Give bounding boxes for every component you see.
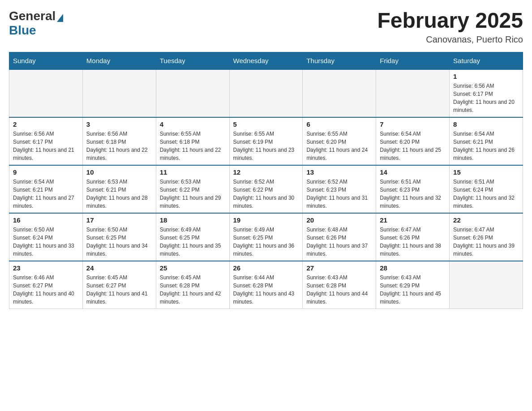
- day-info: Sunrise: 6:50 AMSunset: 6:25 PMDaylight:…: [86, 226, 152, 258]
- day-info: Sunrise: 6:51 AMSunset: 6:24 PMDaylight:…: [453, 178, 519, 210]
- day-number: 12: [233, 168, 299, 176]
- day-info: Sunrise: 6:50 AMSunset: 6:24 PMDaylight:…: [13, 226, 79, 258]
- day-number: 13: [306, 168, 372, 176]
- header-saturday: Saturday: [450, 52, 523, 69]
- day-number: 6: [306, 120, 372, 128]
- day-number: 10: [86, 168, 152, 176]
- day-info: Sunrise: 6:49 AMSunset: 6:25 PMDaylight:…: [233, 226, 299, 258]
- day-number: 1: [453, 73, 519, 80]
- calendar-cell: 22Sunrise: 6:47 AMSunset: 6:26 PMDayligh…: [450, 213, 523, 261]
- day-info: Sunrise: 6:45 AMSunset: 6:27 PMDaylight:…: [86, 274, 152, 306]
- calendar-header: Sunday Monday Tuesday Wednesday Thursday…: [9, 52, 523, 69]
- header-wednesday: Wednesday: [229, 52, 303, 69]
- day-info: Sunrise: 6:46 AMSunset: 6:27 PMDaylight:…: [13, 274, 79, 306]
- day-number: 4: [160, 120, 226, 128]
- day-number: 11: [160, 168, 226, 176]
- calendar-cell: 10Sunrise: 6:53 AMSunset: 6:21 PMDayligh…: [82, 165, 156, 213]
- header-sunday: Sunday: [9, 52, 83, 69]
- day-number: 27: [306, 264, 372, 272]
- day-number: 19: [233, 216, 299, 224]
- logo-triangle-icon: [57, 14, 63, 22]
- header-thursday: Thursday: [303, 52, 376, 69]
- day-info: Sunrise: 6:55 AMSunset: 6:19 PMDaylight:…: [233, 130, 299, 162]
- day-info: Sunrise: 6:54 AMSunset: 6:20 PMDaylight:…: [380, 130, 446, 162]
- day-info: Sunrise: 6:55 AMSunset: 6:20 PMDaylight:…: [306, 130, 372, 162]
- day-info: Sunrise: 6:56 AMSunset: 6:17 PMDaylight:…: [13, 130, 79, 162]
- location-subtitle: Canovanas, Puerto Rico: [377, 34, 523, 45]
- day-info: Sunrise: 6:49 AMSunset: 6:25 PMDaylight:…: [160, 226, 226, 258]
- day-number: 22: [453, 216, 519, 224]
- calendar-cell: [82, 69, 156, 117]
- day-info: Sunrise: 6:54 AMSunset: 6:21 PMDaylight:…: [13, 178, 79, 210]
- day-number: 20: [306, 216, 372, 224]
- day-number: 28: [380, 264, 446, 272]
- logo: General Blue: [9, 9, 64, 38]
- calendar-cell: 27Sunrise: 6:43 AMSunset: 6:28 PMDayligh…: [303, 261, 376, 309]
- day-info: Sunrise: 6:45 AMSunset: 6:28 PMDaylight:…: [160, 274, 226, 306]
- day-number: 23: [13, 264, 79, 272]
- day-number: 18: [160, 216, 226, 224]
- calendar-cell: [229, 69, 303, 117]
- day-info: Sunrise: 6:48 AMSunset: 6:26 PMDaylight:…: [306, 226, 372, 258]
- calendar-cell: [156, 69, 229, 117]
- day-info: Sunrise: 6:44 AMSunset: 6:28 PMDaylight:…: [233, 274, 299, 306]
- calendar-cell: 19Sunrise: 6:49 AMSunset: 6:25 PMDayligh…: [229, 213, 303, 261]
- header-friday: Friday: [376, 52, 450, 69]
- day-info: Sunrise: 6:54 AMSunset: 6:21 PMDaylight:…: [453, 130, 519, 162]
- day-info: Sunrise: 6:43 AMSunset: 6:29 PMDaylight:…: [380, 274, 446, 306]
- day-number: 7: [380, 120, 446, 128]
- day-number: 9: [13, 168, 79, 176]
- calendar-cell: 2Sunrise: 6:56 AMSunset: 6:17 PMDaylight…: [9, 117, 83, 165]
- calendar-cell: 20Sunrise: 6:48 AMSunset: 6:26 PMDayligh…: [303, 213, 376, 261]
- calendar-cell: [450, 261, 523, 309]
- calendar-cell: 15Sunrise: 6:51 AMSunset: 6:24 PMDayligh…: [450, 165, 523, 213]
- month-title: February 2025: [377, 9, 523, 33]
- day-number: 24: [86, 264, 152, 272]
- calendar-cell: 11Sunrise: 6:53 AMSunset: 6:22 PMDayligh…: [156, 165, 229, 213]
- header: General Blue February 2025 Canovanas, Pu…: [9, 9, 523, 45]
- day-info: Sunrise: 6:55 AMSunset: 6:18 PMDaylight:…: [160, 130, 226, 162]
- calendar-table: Sunday Monday Tuesday Wednesday Thursday…: [9, 52, 523, 309]
- calendar-cell: 6Sunrise: 6:55 AMSunset: 6:20 PMDaylight…: [303, 117, 376, 165]
- day-number: 15: [453, 168, 519, 176]
- calendar-cell: 5Sunrise: 6:55 AMSunset: 6:19 PMDaylight…: [229, 117, 303, 165]
- day-number: 17: [86, 216, 152, 224]
- day-number: 5: [233, 120, 299, 128]
- calendar-cell: 17Sunrise: 6:50 AMSunset: 6:25 PMDayligh…: [82, 213, 156, 261]
- calendar-cell: 18Sunrise: 6:49 AMSunset: 6:25 PMDayligh…: [156, 213, 229, 261]
- day-number: 8: [453, 120, 519, 128]
- day-number: 26: [233, 264, 299, 272]
- day-number: 3: [86, 120, 152, 128]
- day-info: Sunrise: 6:53 AMSunset: 6:21 PMDaylight:…: [86, 178, 152, 210]
- day-number: 14: [380, 168, 446, 176]
- calendar-cell: 14Sunrise: 6:51 AMSunset: 6:23 PMDayligh…: [376, 165, 450, 213]
- day-info: Sunrise: 6:52 AMSunset: 6:23 PMDaylight:…: [306, 178, 372, 210]
- calendar-week-4: 16Sunrise: 6:50 AMSunset: 6:24 PMDayligh…: [9, 213, 523, 261]
- calendar-cell: [303, 69, 376, 117]
- calendar-cell: 9Sunrise: 6:54 AMSunset: 6:21 PMDaylight…: [9, 165, 83, 213]
- calendar-cell: 21Sunrise: 6:47 AMSunset: 6:26 PMDayligh…: [376, 213, 450, 261]
- calendar-cell: 25Sunrise: 6:45 AMSunset: 6:28 PMDayligh…: [156, 261, 229, 309]
- calendar-week-2: 2Sunrise: 6:56 AMSunset: 6:17 PMDaylight…: [9, 117, 523, 165]
- logo-blue-text: Blue: [9, 23, 36, 37]
- calendar-week-3: 9Sunrise: 6:54 AMSunset: 6:21 PMDaylight…: [9, 165, 523, 213]
- calendar-cell: 3Sunrise: 6:56 AMSunset: 6:18 PMDaylight…: [82, 117, 156, 165]
- day-number: 16: [13, 216, 79, 224]
- day-info: Sunrise: 6:53 AMSunset: 6:22 PMDaylight:…: [160, 178, 226, 210]
- calendar-cell: 28Sunrise: 6:43 AMSunset: 6:29 PMDayligh…: [376, 261, 450, 309]
- calendar-body: 1Sunrise: 6:56 AMSunset: 6:17 PMDaylight…: [9, 69, 523, 309]
- calendar-cell: 24Sunrise: 6:45 AMSunset: 6:27 PMDayligh…: [82, 261, 156, 309]
- day-info: Sunrise: 6:43 AMSunset: 6:28 PMDaylight:…: [306, 274, 372, 306]
- calendar-cell: 4Sunrise: 6:55 AMSunset: 6:18 PMDaylight…: [156, 117, 229, 165]
- calendar-week-5: 23Sunrise: 6:46 AMSunset: 6:27 PMDayligh…: [9, 261, 523, 309]
- day-number: 25: [160, 264, 226, 272]
- calendar-cell: 7Sunrise: 6:54 AMSunset: 6:20 PMDaylight…: [376, 117, 450, 165]
- calendar-week-1: 1Sunrise: 6:56 AMSunset: 6:17 PMDaylight…: [9, 69, 523, 117]
- calendar-cell: 8Sunrise: 6:54 AMSunset: 6:21 PMDaylight…: [450, 117, 523, 165]
- calendar-cell: [376, 69, 450, 117]
- day-info: Sunrise: 6:47 AMSunset: 6:26 PMDaylight:…: [453, 226, 519, 258]
- day-number: 2: [13, 120, 79, 128]
- title-area: February 2025 Canovanas, Puerto Rico: [377, 9, 523, 45]
- calendar-cell: 26Sunrise: 6:44 AMSunset: 6:28 PMDayligh…: [229, 261, 303, 309]
- day-number: 21: [380, 216, 446, 224]
